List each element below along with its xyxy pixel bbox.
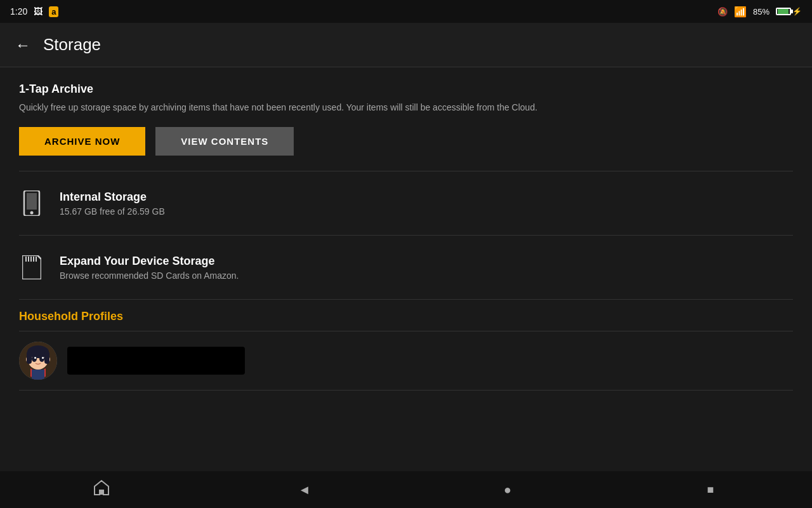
divider-4 bbox=[19, 331, 793, 331]
divider-2 bbox=[19, 235, 793, 236]
square-icon: ■ bbox=[707, 483, 714, 497]
divider-5 bbox=[19, 390, 793, 391]
internal-storage-subtitle: 15.67 GB free of 26.59 GB bbox=[60, 206, 165, 217]
svg-point-11 bbox=[32, 356, 37, 362]
status-left: 1:20 🖼 a bbox=[10, 6, 58, 17]
svg-point-12 bbox=[39, 356, 44, 362]
recents-button[interactable]: ■ bbox=[691, 477, 730, 502]
divider-3 bbox=[19, 299, 793, 300]
svg-point-2 bbox=[30, 211, 34, 215]
svg-point-13 bbox=[34, 357, 36, 359]
status-bar: 1:20 🖼 a 🔕 📶 85% ⚡ bbox=[0, 0, 812, 23]
svg-rect-18 bbox=[44, 351, 49, 364]
header: ← Storage bbox=[0, 23, 812, 67]
archive-buttons: ARCHIVE NOW VIEW CONTENTS bbox=[19, 127, 793, 156]
svg-rect-1 bbox=[27, 193, 37, 210]
expand-storage-info: Expand Your Device Storage Browse recomm… bbox=[60, 255, 239, 281]
archive-now-button[interactable]: ARCHIVE NOW bbox=[19, 127, 145, 156]
bottom-navigation: ◄ ● ■ bbox=[0, 471, 812, 508]
household-profile-item[interactable] bbox=[19, 337, 793, 385]
expand-storage-subtitle: Browse recommended SD Cards on Amazon. bbox=[60, 271, 239, 281]
profile-avatar bbox=[19, 342, 57, 380]
photo-icon: 🖼 bbox=[34, 6, 43, 17]
archive-title: 1-Tap Archive bbox=[19, 83, 793, 96]
back-button[interactable]: ← bbox=[15, 36, 30, 54]
home-nav-button[interactable] bbox=[82, 477, 121, 502]
page-title: Storage bbox=[43, 35, 101, 55]
time-display: 1:20 bbox=[10, 6, 27, 17]
charging-icon: ⚡ bbox=[792, 7, 802, 16]
phone-icon bbox=[19, 188, 44, 218]
wifi-icon: 📶 bbox=[734, 6, 747, 18]
circle-icon: ● bbox=[504, 483, 511, 497]
back-nav-icon: ◄ bbox=[298, 483, 311, 497]
home-circle-button[interactable]: ● bbox=[488, 477, 527, 502]
content: 1-Tap Archive Quickly free up storage sp… bbox=[0, 67, 812, 471]
home-icon bbox=[93, 479, 110, 500]
mute-icon: 🔕 bbox=[717, 7, 728, 17]
battery-percent: 85% bbox=[753, 7, 769, 17]
svg-rect-20 bbox=[100, 490, 103, 495]
back-arrow-icon: ← bbox=[15, 36, 30, 53]
view-contents-button[interactable]: VIEW CONTENTS bbox=[155, 127, 294, 156]
amazon-icon: a bbox=[49, 6, 58, 17]
archive-section: 1-Tap Archive Quickly free up storage sp… bbox=[19, 83, 793, 156]
svg-rect-19 bbox=[32, 370, 44, 380]
back-nav-button[interactable]: ◄ bbox=[285, 477, 324, 502]
expand-storage-title: Expand Your Device Storage bbox=[60, 255, 239, 268]
internal-storage-info: Internal Storage 15.67 GB free of 26.59 … bbox=[60, 190, 165, 217]
expand-storage-item[interactable]: Expand Your Device Storage Browse recomm… bbox=[19, 241, 793, 294]
archive-description: Quickly free up storage space by archivi… bbox=[19, 101, 717, 114]
sd-card-icon bbox=[19, 252, 44, 283]
svg-rect-17 bbox=[27, 351, 32, 364]
household-profiles-title: Household Profiles bbox=[19, 310, 793, 323]
profile-name-redacted bbox=[67, 347, 245, 375]
battery-icon: ⚡ bbox=[776, 7, 802, 16]
internal-storage-title: Internal Storage bbox=[60, 190, 165, 204]
svg-point-14 bbox=[42, 357, 44, 359]
internal-storage-item[interactable]: Internal Storage 15.67 GB free of 26.59 … bbox=[19, 177, 793, 230]
status-right: 🔕 📶 85% ⚡ bbox=[717, 6, 802, 18]
divider-1 bbox=[19, 171, 793, 171]
